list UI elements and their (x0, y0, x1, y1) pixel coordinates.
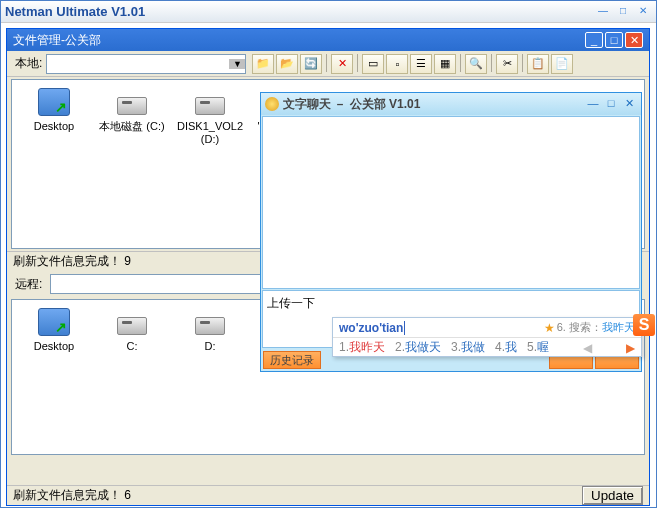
new-folder-icon[interactable]: 📂 (276, 54, 298, 74)
ime-search-term: 我昨天 (602, 321, 635, 333)
ime-cand-text: 我 (505, 340, 517, 354)
ime-prev-icon[interactable]: ◀ (583, 341, 592, 355)
main-window-controls: — □ ✕ (594, 5, 652, 19)
file-label: Desktop (18, 120, 90, 133)
drive-icon (117, 317, 147, 335)
delete-icon[interactable]: ✕ (331, 54, 353, 74)
chat-title: 文字聊天 － 公关部 V1.01 (283, 96, 585, 113)
toolbar-buttons: 📁 📂 🔄 ✕ ▭ ▫ ☰ ▦ 🔍 ✂ 📋 📄 (252, 54, 573, 74)
maximize-icon[interactable]: □ (614, 5, 632, 19)
file-label: D: (174, 340, 246, 353)
chat-minimize-icon[interactable]: — (585, 97, 601, 111)
drive-icon (117, 97, 147, 115)
local-toolbar: 本地: ▼ 📁 📂 🔄 ✕ ▭ ▫ ☰ ▦ 🔍 ✂ 📋 (7, 51, 649, 77)
sogou-ime-badge[interactable]: S (633, 314, 655, 336)
view-list-icon[interactable]: ☰ (410, 54, 432, 74)
chat-close-icon[interactable]: ✕ (621, 97, 637, 111)
chat-maximize-icon[interactable]: □ (603, 97, 619, 111)
ime-cand-num: 5. (527, 340, 537, 354)
view-details-icon[interactable]: ▦ (434, 54, 456, 74)
chat-history-button[interactable]: 历史记录 (263, 351, 321, 369)
ime-cand-num: 3. (451, 340, 461, 354)
refresh-icon[interactable]: 🔄 (300, 54, 322, 74)
view-small-icon[interactable]: ▫ (386, 54, 408, 74)
file-manager-title: 文件管理-公关部 (13, 32, 585, 49)
chat-input-text[interactable]: 上传一下 (263, 291, 639, 316)
remote-status-bar: 刷新文件信息完成！ 6 Update (7, 485, 649, 505)
chat-window-controls: — □ ✕ (585, 97, 637, 111)
ime-cand-num: 4. (495, 340, 505, 354)
chat-app-icon (265, 97, 279, 111)
chat-titlebar[interactable]: 文字聊天 － 公关部 V1.01 — □ ✕ (261, 93, 641, 115)
star-icon: ★ (544, 321, 555, 335)
file-item-remote-desktop[interactable]: Desktop (18, 306, 90, 353)
inner-window-controls: _ □ ✕ (585, 32, 643, 48)
update-button[interactable]: Update (582, 486, 643, 505)
paste-icon[interactable]: 📄 (551, 54, 573, 74)
inner-minimize-icon[interactable]: _ (585, 32, 603, 48)
drive-icon (195, 97, 225, 115)
chevron-down-icon[interactable]: ▼ (229, 59, 245, 69)
close-icon[interactable]: ✕ (634, 5, 652, 19)
drive-icon (195, 317, 225, 335)
desktop-icon (38, 88, 70, 116)
ime-candidates: 1.我昨天 2.我做天 3.我做 4.我 5.喔 ◀ ▶ (333, 338, 641, 357)
ime-next-icon[interactable]: ▶ (626, 341, 635, 355)
ime-cand-num: 2. (395, 340, 405, 354)
ime-pinyin: wo'zuo'tian (339, 321, 544, 335)
file-item-desktop[interactable]: Desktop (18, 86, 90, 146)
up-folder-icon[interactable]: 📁 (252, 54, 274, 74)
file-label: DISK1_VOL2 (D:) (174, 120, 246, 146)
ime-cand-text: 我做天 (405, 340, 441, 354)
file-manager-titlebar[interactable]: 文件管理-公关部 _ □ ✕ (7, 29, 649, 51)
minimize-icon[interactable]: — (594, 5, 612, 19)
file-item-remote-d[interactable]: D: (174, 306, 246, 353)
ime-search-num: 6. (557, 321, 566, 333)
chat-history-label: 历史记录 (270, 353, 314, 368)
ime-cand-text: 喔 (537, 340, 549, 354)
file-item-local-d[interactable]: DISK1_VOL2 (D:) (174, 86, 246, 146)
ime-composition-row: wo'zuo'tian ★ 6. 搜索：我昨天 (333, 318, 641, 338)
inner-maximize-icon[interactable]: □ (605, 32, 623, 48)
ime-search-label: 搜索： (569, 321, 602, 333)
file-label: 本地磁盘 (C:) (96, 120, 168, 133)
app-title: Netman Ultimate V1.01 (5, 4, 594, 19)
remote-status-text: 刷新文件信息完成！ 6 (13, 487, 582, 504)
cut-icon[interactable]: ✂ (496, 54, 518, 74)
remote-label: 远程: (11, 276, 46, 293)
ime-candidate-1[interactable]: 1.我昨天 (339, 339, 385, 356)
ime-candidate-5[interactable]: 5.喔 (527, 339, 549, 356)
ime-popup: wo'zuo'tian ★ 6. 搜索：我昨天 1.我昨天 2.我做天 3.我做… (332, 317, 642, 357)
ime-candidate-3[interactable]: 3.我做 (451, 339, 485, 356)
search-icon[interactable]: 🔍 (465, 54, 487, 74)
local-label: 本地: (11, 55, 46, 72)
ime-candidate-4[interactable]: 4.我 (495, 339, 517, 356)
ime-search-hint[interactable]: 6. 搜索：我昨天 (557, 320, 635, 335)
copy-icon[interactable]: 📋 (527, 54, 549, 74)
file-label: C: (96, 340, 168, 353)
file-label: Desktop (18, 340, 90, 353)
view-large-icon[interactable]: ▭ (362, 54, 384, 74)
local-path-dropdown[interactable]: ▼ (46, 54, 246, 74)
main-titlebar: Netman Ultimate V1.01 — □ ✕ (1, 1, 656, 23)
chat-message-area[interactable] (262, 116, 640, 289)
desktop-icon (38, 308, 70, 336)
inner-close-icon[interactable]: ✕ (625, 32, 643, 48)
file-item-local-c[interactable]: 本地磁盘 (C:) (96, 86, 168, 146)
ime-cand-text: 我昨天 (349, 340, 385, 354)
file-item-remote-c[interactable]: C: (96, 306, 168, 353)
ime-cand-num: 1. (339, 340, 349, 354)
ime-cand-text: 我做 (461, 340, 485, 354)
ime-candidate-2[interactable]: 2.我做天 (395, 339, 441, 356)
